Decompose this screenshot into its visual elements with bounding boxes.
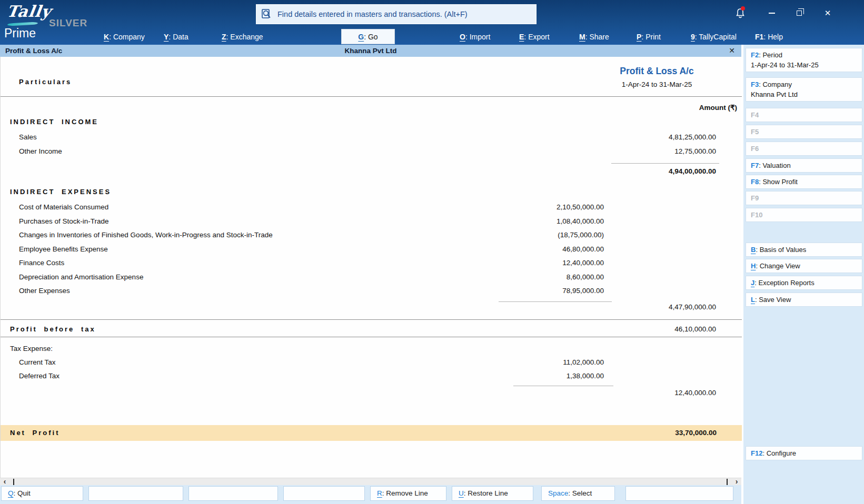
report-header: Profit & Loss A/c 1-Apr-24 to 31-Mar-25 — [569, 66, 744, 88]
notification-bell-button[interactable] — [731, 5, 749, 21]
empty-button-slot-2 — [188, 486, 278, 501]
pbt-bottom-rule — [1, 337, 742, 337]
scroll-left-icon[interactable]: ‹ — [1, 478, 8, 486]
exception-reports-button[interactable]: J: Exception Reports — [746, 276, 862, 290]
section-tax-expense: Tax Expense: — [10, 345, 53, 352]
menu-export[interactable]: E: Export — [519, 30, 550, 44]
save-view-button[interactable]: L: Save View — [746, 293, 862, 307]
scrollbar-thumb[interactable] — [13, 479, 14, 485]
global-search-bar[interactable] — [256, 4, 537, 24]
scrollbar-thumb-right[interactable] — [727, 479, 728, 485]
change-view-button[interactable]: H: Change View — [746, 259, 862, 273]
search-icon — [262, 9, 272, 19]
empty-button-slot-4 — [625, 486, 733, 501]
menu-print[interactable]: P: Print — [637, 30, 661, 44]
quit-button[interactable]: Q: Quit — [1, 486, 83, 501]
profit-loss-report: Particulars Profit & Loss A/c 1-Apr-24 t… — [0, 57, 741, 478]
f9-button: F9 — [746, 191, 862, 205]
report-period: 1-Apr-24 to 31-Mar-25 — [569, 80, 744, 88]
menu-import[interactable]: O: Import — [460, 30, 490, 44]
tallyprime-window: Tally Prime SILVER ✕ — [0, 0, 864, 504]
close-window-button[interactable]: ✕ — [819, 5, 837, 21]
search-input[interactable] — [277, 10, 531, 18]
income-total-rule — [611, 163, 719, 164]
section-indirect-income: INDIRECT INCOME — [10, 118, 98, 126]
f3-company-button[interactable]: F3: Company Khanna Pvt Ltd — [746, 77, 862, 102]
tax-total-rule — [513, 386, 613, 386]
expenses-total-rule — [499, 301, 612, 302]
scroll-right-icon[interactable]: › — [733, 478, 740, 486]
f8-show-profit-button[interactable]: F8: Show Profit — [746, 175, 862, 189]
menu-company[interactable]: K: Company — [104, 30, 145, 44]
empty-button-slot-3 — [283, 486, 365, 501]
restore-button[interactable] — [790, 5, 808, 21]
f4-button: F4 — [746, 108, 862, 122]
pbt-top-rule — [1, 319, 742, 320]
f12-configure-button[interactable]: F12: Configure — [746, 446, 862, 460]
bottom-button-bar: Q: Quit R: Remove Line U: Restore Line S… — [0, 485, 741, 504]
section-indirect-expenses: INDIRECT EXPENSES — [10, 188, 111, 196]
select-button[interactable]: Space: Select — [541, 486, 615, 501]
empty-button-slot-1 — [88, 486, 183, 501]
close-report-button[interactable]: ✕ — [729, 45, 735, 57]
amount-column-header: Amount (₹) — [699, 103, 737, 112]
period-value: 1-Apr-24 to 31-Mar-25 — [751, 61, 857, 69]
menu-data[interactable]: Y: Data — [164, 30, 188, 44]
tally-logo: Tally — [6, 2, 53, 21]
f5-button: F5 — [746, 125, 862, 139]
notification-dot — [741, 6, 745, 11]
company-value: Khanna Pvt Ltd — [751, 90, 857, 98]
restore-icon — [797, 11, 802, 16]
minimize-button[interactable] — [763, 5, 781, 21]
remove-line-button[interactable]: R: Remove Line — [370, 486, 446, 501]
tally-prime-label: Prime — [4, 26, 36, 41]
minimize-icon — [769, 13, 775, 14]
tally-logo-swoosh-icon — [7, 22, 38, 26]
right-function-sidebar: F2: Period 1-Apr-24 to 31-Mar-25 F3: Com… — [743, 45, 864, 504]
menu-share[interactable]: M: Share — [579, 30, 609, 44]
restore-line-button[interactable]: U: Restore Line — [452, 486, 533, 501]
horizontal-scrollbar[interactable]: ‹ › — [0, 478, 741, 485]
f7-valuation-button[interactable]: F7: Valuation — [746, 158, 862, 173]
menu-go-to[interactable]: G: Go To — [341, 29, 395, 44]
menu-tallycapital[interactable]: 9: TallyCapital — [691, 30, 737, 44]
company-name-label: Khanna Pvt Ltd — [0, 45, 741, 57]
f10-button: F10 — [746, 208, 862, 222]
edition-badge: SILVER — [49, 17, 87, 29]
report-title-bar: Profit & Loss A/c Khanna Pvt Ltd ✕ — [0, 45, 741, 57]
top-bar: Tally Prime SILVER ✕ — [0, 0, 864, 45]
basis-of-values-button[interactable]: B: Basis of Values — [746, 243, 862, 257]
report-title: Profit & Loss A/c — [569, 66, 744, 77]
menu-help[interactable]: F1: Help — [755, 30, 783, 44]
particulars-header: Particulars — [19, 78, 72, 86]
f2-period-button[interactable]: F2: Period 1-Apr-24 to 31-Mar-25 — [746, 48, 862, 72]
header-divider — [1, 96, 742, 97]
close-icon: ✕ — [825, 8, 831, 18]
f6-button: F6 — [746, 142, 862, 156]
menu-exchange[interactable]: Z: Exchange — [222, 30, 263, 44]
row-net-profit[interactable]: Net Profit 33,70,000.00 — [1, 425, 742, 441]
